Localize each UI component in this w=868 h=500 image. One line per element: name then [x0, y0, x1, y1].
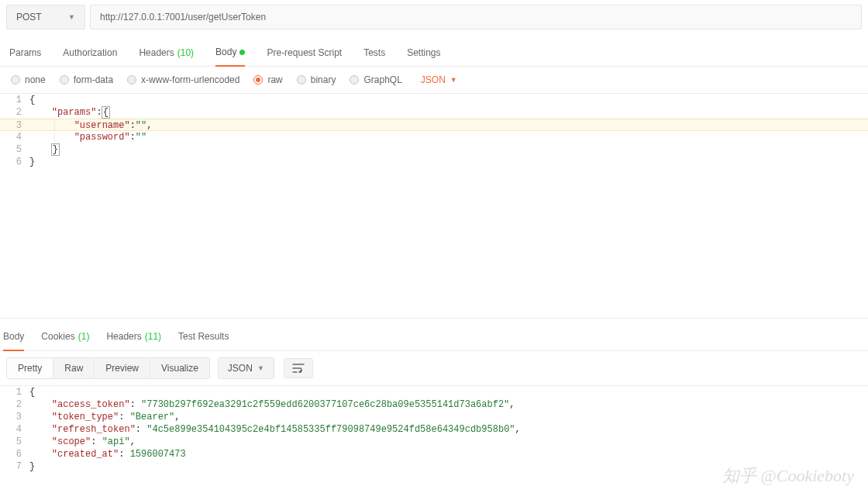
headers-count: (10) — [177, 47, 194, 58]
response-toolbar: Pretty Raw Preview Visualize JSON ▼ — [0, 351, 868, 386]
tab-tests[interactable]: Tests — [363, 39, 385, 66]
tab-prerequest[interactable]: Pre-request Script — [267, 39, 342, 66]
line-number: 7 — [0, 460, 29, 473]
resp-tab-cookies[interactable]: Cookies (1) — [41, 323, 89, 350]
line-wrap-icon — [292, 364, 305, 373]
http-method-select[interactable]: POST ▼ — [6, 5, 85, 29]
body-type-none[interactable]: none — [11, 74, 46, 85]
line-number: 5 — [0, 436, 29, 448]
line-number: 3 — [0, 119, 29, 130]
body-type-selector: none form-data x-www-form-urlencoded raw… — [0, 67, 868, 93]
tab-headers[interactable]: Headers (10) — [139, 39, 194, 66]
line-number: 5 — [0, 143, 29, 156]
tab-params[interactable]: Params — [9, 39, 41, 66]
line-number: 6 — [0, 156, 29, 168]
resp-tab-body[interactable]: Body — [3, 323, 24, 351]
body-type-xwww[interactable]: x-www-form-urlencoded — [127, 74, 239, 85]
resp-view-raw[interactable]: Raw — [53, 358, 94, 378]
resp-tab-headers[interactable]: Headers (11) — [106, 323, 161, 350]
url-input[interactable] — [100, 12, 852, 22]
tab-authorization[interactable]: Authorization — [63, 39, 117, 66]
chevron-down-icon: ▼ — [68, 13, 75, 21]
line-number: 1 — [0, 94, 29, 106]
resp-tab-testresults[interactable]: Test Results — [178, 323, 229, 350]
response-tabs: Body Cookies (1) Headers (11) Test Resul… — [0, 319, 868, 351]
response-view-group: Pretty Raw Preview Visualize — [6, 357, 210, 379]
url-input-container[interactable] — [90, 5, 862, 29]
response-body-viewer[interactable]: 1{ 2 "access_token": "7730b297f692ea3291… — [0, 386, 868, 473]
tab-body[interactable]: Body — [215, 39, 245, 67]
resp-format-select[interactable]: JSON ▼ — [218, 357, 274, 379]
line-number: 3 — [0, 411, 29, 423]
body-type-graphql[interactable]: GraphQL — [350, 74, 401, 85]
line-wrap-button[interactable] — [284, 358, 313, 378]
chevron-down-icon: ▼ — [450, 76, 457, 84]
body-type-binary[interactable]: binary — [297, 74, 336, 85]
body-format-select[interactable]: JSON ▼ — [421, 74, 457, 85]
resp-view-pretty[interactable]: Pretty — [7, 358, 53, 378]
chevron-down-icon: ▼ — [257, 364, 264, 372]
line-number: 6 — [0, 448, 29, 460]
http-method-value: POST — [16, 12, 42, 22]
response-panel: Body Cookies (1) Headers (11) Test Resul… — [0, 318, 868, 473]
resp-view-preview[interactable]: Preview — [94, 358, 150, 378]
body-modified-dot-icon — [239, 50, 245, 55]
line-number: 2 — [0, 106, 29, 119]
request-tabs: Params Authorization Headers (10) Body P… — [0, 34, 868, 67]
line-number: 2 — [0, 398, 29, 411]
body-type-raw[interactable]: raw — [253, 74, 282, 85]
line-number: 4 — [0, 423, 29, 436]
resp-view-visualize[interactable]: Visualize — [150, 358, 209, 378]
request-body-editor[interactable]: 1{ 2 "params":{ 3 | "username":"", 4 | "… — [0, 93, 868, 318]
line-number: 1 — [0, 386, 29, 398]
tab-settings[interactable]: Settings — [407, 39, 440, 66]
body-type-formdata[interactable]: form-data — [60, 74, 113, 85]
line-number: 4 — [0, 131, 29, 143]
